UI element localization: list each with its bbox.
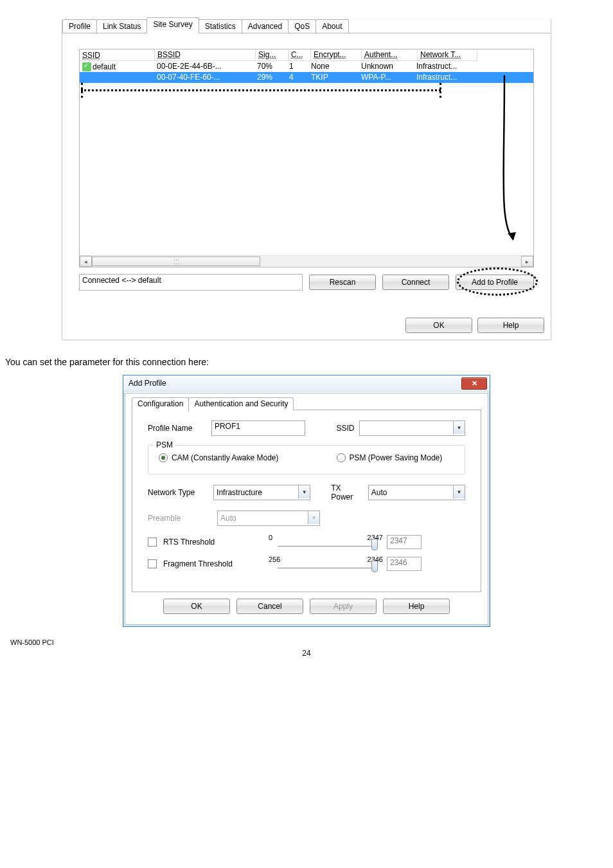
network-type-combo[interactable]: Infrastructure ▼ — [213, 485, 310, 500]
radio-dot-icon — [159, 453, 168, 462]
annotation-line — [81, 83, 83, 98]
fragment-label: Fragment Threshold — [163, 559, 239, 568]
dialog-buttons: OK Cancel Apply Help — [132, 592, 481, 618]
list-body: default 00-0E-2E-44-6B-... 70% 1 None Un… — [80, 61, 533, 255]
help-button[interactable]: Help — [383, 599, 450, 614]
product-model: WN-5000 PCI — [10, 638, 54, 646]
cell-encrypt: TKIP — [308, 72, 359, 83]
column-headers: SSID BSSID Sig... C... Encrypt... Authen… — [80, 50, 533, 61]
page-footer: WN-5000 PCI — [5, 638, 608, 646]
tab-link-status[interactable]: Link Status — [96, 19, 147, 33]
instruction-text: You can set the parameter for this conne… — [5, 357, 608, 367]
cell-authent: Unknown — [359, 61, 414, 72]
annotation-arrow — [502, 75, 520, 248]
list-row[interactable]: 00-07-40-FE-60-... 29% 4 TKIP WPA-P... I… — [80, 72, 533, 83]
ssid-combo[interactable]: ▼ — [359, 420, 465, 436]
slider-thumb[interactable] — [371, 539, 378, 550]
profile-name-row: Profile Name PROF1 SSID ▼ — [148, 420, 465, 436]
scroll-left-button[interactable]: ◂ — [80, 256, 92, 267]
radio-dot-icon — [337, 453, 346, 462]
cell-channel: 1 — [287, 61, 308, 72]
dialog-title: Add Profile — [129, 379, 166, 388]
chevron-down-icon: ▼ — [308, 511, 319, 524]
cell-ssid: default — [80, 61, 154, 72]
fragment-slider[interactable]: 256 2346 — [245, 557, 380, 571]
tab-qos[interactable]: QoS — [288, 19, 316, 33]
tx-power-label: TX Power — [331, 484, 363, 502]
tx-power-value: Auto — [371, 488, 387, 497]
network-type-row: Network Type Infrastructure ▼ TX Power A… — [148, 484, 465, 502]
rescan-button[interactable]: Rescan — [309, 275, 376, 290]
cell-channel: 4 — [287, 72, 308, 83]
ok-button[interactable]: OK — [405, 318, 472, 333]
tab-about[interactable]: About — [315, 19, 348, 33]
rts-slider[interactable]: 0 2347 — [245, 535, 380, 549]
status-text: Connected <--> default — [79, 274, 303, 291]
col-bssid[interactable]: BSSID — [155, 50, 256, 61]
network-type-value: Infrastructure — [217, 488, 262, 497]
rts-value: 2347 — [387, 535, 422, 549]
apply-button: Apply — [310, 599, 377, 614]
help-button[interactable]: Help — [477, 318, 544, 333]
cell-signal: 70% — [254, 61, 287, 72]
tab-site-survey[interactable]: Site Survey — [147, 17, 199, 33]
fragment-checkbox[interactable] — [148, 559, 157, 568]
col-ssid[interactable]: SSID — [80, 50, 155, 61]
cell-network: Infrastruct... — [414, 72, 473, 83]
profile-name-label: Profile Name — [148, 424, 206, 433]
radio-psm[interactable]: PSM (Power Saving Mode) — [337, 453, 443, 462]
psm-group: PSM CAM (Constantly Awake Mode) PSM (Pow… — [148, 445, 465, 475]
psm-group-title: PSM — [154, 440, 175, 449]
cell-network: Infrastruct... — [414, 61, 473, 72]
configuration-panel: Profile Name PROF1 SSID ▼ PSM CAM (Const… — [132, 410, 481, 592]
annotation-line — [81, 89, 441, 91]
wireless-utility-dialog: Profile Link Status Site Survey Statisti… — [62, 19, 551, 340]
scroll-track[interactable] — [92, 257, 521, 266]
add-profile-dialog: Add Profile ✕ Configuration Authenticati… — [123, 375, 490, 627]
col-network[interactable]: Network T... — [418, 50, 477, 61]
tab-auth-security[interactable]: Authentication and Security — [188, 397, 294, 410]
tab-statistics[interactable]: Statistics — [199, 19, 242, 33]
fragment-min: 256 — [269, 556, 280, 563]
page-number: 24 — [5, 649, 608, 658]
tabstrip: Profile Link Status Site Survey Statisti… — [62, 19, 551, 33]
ok-button[interactable]: OK — [163, 599, 230, 614]
dialog-body: Configuration Authentication and Securit… — [125, 393, 488, 625]
tab-advanced[interactable]: Advanced — [242, 19, 289, 33]
cell-encrypt: None — [308, 61, 359, 72]
rts-checkbox[interactable] — [148, 538, 157, 547]
add-to-profile-button[interactable]: Add to Profile — [456, 275, 534, 290]
annotation-line — [440, 83, 441, 98]
cell-ssid — [80, 72, 154, 83]
cell-authent: WPA-P... — [359, 72, 414, 83]
horizontal-scrollbar[interactable]: ◂ ▸ — [80, 255, 533, 267]
network-type-label: Network Type — [148, 488, 208, 497]
network-list[interactable]: SSID BSSID Sig... C... Encrypt... Authen… — [79, 49, 534, 267]
action-row: Connected <--> default Rescan Connect Ad… — [79, 274, 534, 291]
col-authent[interactable]: Authent... — [362, 50, 418, 61]
fragment-row: Fragment Threshold 256 2346 2346 — [148, 557, 465, 571]
ssid-text: default — [93, 62, 116, 71]
col-encrypt[interactable]: Encrypt... — [311, 50, 362, 61]
cancel-button[interactable]: Cancel — [236, 599, 303, 614]
scroll-right-button[interactable]: ▸ — [521, 256, 533, 267]
profile-name-input[interactable]: PROF1 — [211, 420, 305, 436]
tab-configuration[interactable]: Configuration — [132, 397, 189, 412]
list-row[interactable]: default 00-0E-2E-44-6B-... 70% 1 None Un… — [80, 61, 533, 72]
tx-power-combo[interactable]: Auto ▼ — [368, 485, 465, 500]
chevron-down-icon[interactable]: ▼ — [453, 421, 465, 434]
preamble-combo: Auto ▼ — [217, 511, 320, 526]
chevron-down-icon[interactable]: ▼ — [453, 485, 465, 498]
col-channel[interactable]: C... — [289, 50, 311, 61]
chevron-down-icon[interactable]: ▼ — [298, 485, 310, 498]
rts-label: RTS Threshold — [163, 538, 239, 547]
radio-cam[interactable]: CAM (Constantly Awake Mode) — [159, 453, 279, 462]
connect-button[interactable]: Connect — [382, 275, 449, 290]
slider-thumb[interactable] — [371, 561, 378, 572]
tab-profile[interactable]: Profile — [62, 19, 97, 33]
preamble-value: Auto — [220, 514, 236, 523]
cell-bssid: 00-0E-2E-44-6B-... — [154, 61, 254, 72]
close-button[interactable]: ✕ — [461, 377, 487, 390]
col-signal[interactable]: Sig... — [256, 50, 289, 61]
scroll-thumb[interactable] — [92, 257, 260, 266]
